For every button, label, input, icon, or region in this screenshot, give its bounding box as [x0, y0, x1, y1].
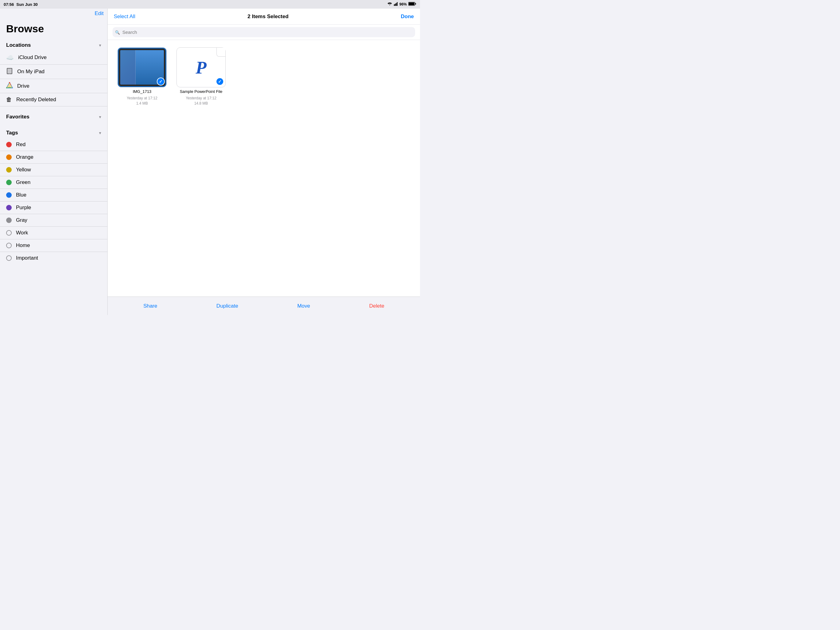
tags-chevron-icon: ▾	[99, 130, 101, 135]
sidebar-item-drive[interactable]: Drive	[0, 79, 107, 93]
sidebar-item-tag-red[interactable]: Red	[0, 138, 107, 151]
tag-yellow-label: Yellow	[16, 167, 31, 173]
tag-work-label: Work	[16, 230, 28, 236]
img1713-size: 1.4 MB	[136, 101, 148, 106]
svg-rect-1	[395, 4, 396, 6]
tags-label: Tags	[6, 130, 18, 136]
svg-rect-8	[7, 69, 12, 73]
sidebar-item-recently-deleted[interactable]: 🗑 Recently Deleted	[0, 93, 107, 106]
blue-dot	[6, 192, 12, 198]
svg-point-9	[9, 74, 10, 74]
battery-icon	[408, 2, 416, 7]
file-item-img1713[interactable]: ✓ IMG_1713 Yesterday at 17:12 1.4 MB	[117, 47, 167, 106]
ipad-icon	[6, 68, 13, 76]
sidebar-item-ipad[interactable]: On My iPad	[0, 65, 107, 79]
selected-count: 2 Items Selected	[248, 14, 288, 20]
svg-rect-0	[394, 4, 395, 6]
trash-icon: 🗑	[6, 96, 12, 103]
sidebar-item-tag-work[interactable]: Work	[0, 227, 107, 239]
locations-chevron-icon: ▾	[99, 43, 101, 47]
locations-label: Locations	[6, 42, 31, 48]
img1713-thumb-wrapper: ✓	[117, 47, 167, 87]
battery-percent: 96%	[399, 2, 407, 6]
sidebar-item-icloud[interactable]: ☁️ iCloud Drive	[0, 51, 107, 65]
svg-rect-2	[396, 3, 396, 6]
img1713-check-badge: ✓	[157, 78, 165, 85]
ppt-size: 14.8 MB	[194, 101, 208, 106]
select-all-button[interactable]: Select All	[114, 14, 135, 20]
tags-section-header[interactable]: Tags ▾	[0, 127, 107, 138]
favorites-chevron-icon: ▾	[99, 114, 101, 119]
wifi-icon	[387, 2, 392, 7]
favorites-label: Favorites	[6, 114, 30, 120]
drive-icon	[6, 82, 13, 90]
img1713-date: Yesterday at 17:12	[127, 96, 158, 100]
main-content: Select All 2 Items Selected Done	[107, 9, 420, 315]
delete-button[interactable]: Delete	[363, 301, 390, 312]
drive-label: Drive	[17, 83, 30, 89]
signal-icon	[394, 2, 398, 7]
img1713-meta: Yesterday at 17:12 1.4 MB	[127, 96, 158, 106]
tag-gray-label: Gray	[16, 217, 27, 223]
orange-dot	[6, 154, 12, 160]
edit-button[interactable]: Edit	[95, 11, 104, 17]
tag-orange-label: Orange	[16, 154, 33, 160]
svg-rect-5	[415, 3, 416, 5]
search-wrapper	[112, 27, 415, 37]
sidebar-item-tag-important[interactable]: Important	[0, 252, 107, 264]
icloud-icon: ☁️	[6, 54, 14, 61]
home-dot	[6, 243, 12, 248]
work-dot	[6, 230, 12, 236]
ipad-label: On My iPad	[17, 69, 44, 75]
done-button[interactable]: Done	[401, 14, 414, 20]
icloud-label: iCloud Drive	[18, 54, 47, 60]
recently-deleted-label: Recently Deleted	[16, 97, 56, 103]
sidebar: Edit Browse Locations ▾ ☁️ iCloud Drive …	[0, 9, 107, 315]
top-bar-left: Select All	[114, 14, 135, 20]
move-button[interactable]: Move	[291, 301, 316, 312]
ppt-thumb-wrapper: P ✓	[177, 47, 226, 87]
duplicate-button[interactable]: Duplicate	[210, 301, 245, 312]
status-right: 96%	[387, 2, 416, 7]
important-dot	[6, 255, 12, 261]
sidebar-item-tag-home[interactable]: Home	[0, 239, 107, 252]
search-bar	[107, 25, 420, 40]
status-date: Sun Jun 30	[16, 2, 38, 7]
tag-home-label: Home	[16, 242, 30, 249]
sidebar-item-tag-blue[interactable]: Blue	[0, 189, 107, 201]
sidebar-item-tag-gray[interactable]: Gray	[0, 214, 107, 227]
favorites-section-header[interactable]: Favorites ▾	[0, 111, 107, 122]
sidebar-item-tag-orange[interactable]: Orange	[0, 151, 107, 164]
gray-dot	[6, 217, 12, 223]
bottom-bar: Share Duplicate Move Delete	[107, 296, 420, 315]
tag-purple-label: Purple	[16, 204, 31, 211]
svg-rect-6	[409, 2, 414, 5]
tag-green-label: Green	[16, 179, 30, 185]
status-bar: 07:56 Sun Jun 30 96%	[0, 0, 420, 9]
sidebar-title: Browse	[0, 17, 107, 40]
file-item-ppt[interactable]: P ✓ Sample PowerPoint File Yesterday at …	[177, 47, 226, 106]
svg-rect-3	[397, 2, 398, 6]
search-input[interactable]	[112, 27, 415, 37]
share-button[interactable]: Share	[137, 301, 163, 312]
app-container: Edit Browse Locations ▾ ☁️ iCloud Drive …	[0, 9, 420, 315]
ppt-date: Yesterday at 17:12	[186, 96, 216, 100]
ppt-check-badge: ✓	[216, 78, 224, 85]
status-left: 07:56 Sun Jun 30	[4, 2, 38, 7]
top-bar-right: Done	[401, 14, 414, 20]
locations-section-header[interactable]: Locations ▾	[0, 40, 107, 51]
yellow-dot	[6, 167, 12, 173]
tag-important-label: Important	[16, 255, 38, 261]
sidebar-item-tag-green[interactable]: Green	[0, 176, 107, 189]
tag-blue-label: Blue	[16, 192, 27, 198]
status-time: 07:56	[4, 2, 14, 7]
sidebar-top-bar: Edit	[0, 9, 107, 17]
sidebar-item-tag-yellow[interactable]: Yellow	[0, 164, 107, 176]
files-grid: ✓ IMG_1713 Yesterday at 17:12 1.4 MB P ✓…	[107, 40, 420, 296]
img1713-name: IMG_1713	[133, 89, 152, 94]
ppt-name: Sample PowerPoint File	[180, 89, 223, 94]
top-bar: Select All 2 Items Selected Done	[107, 9, 420, 25]
purple-dot	[6, 205, 12, 211]
sidebar-item-tag-purple[interactable]: Purple	[0, 201, 107, 214]
red-dot	[6, 142, 12, 147]
